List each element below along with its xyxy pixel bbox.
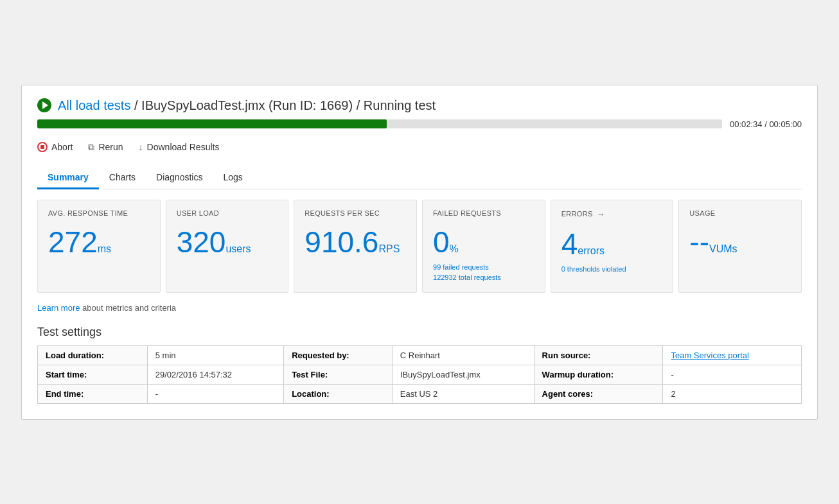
progress-bar-track [37,119,722,128]
play-icon [37,98,51,112]
metric-label-user-load: USER LOAD [177,209,278,217]
metric-label-usage: USAGE [689,209,791,217]
progress-bar-container: 00:02:34 / 00:05:00 [37,119,802,129]
header: All load tests / IBuySpyLoadTest.jmx (Ru… [37,98,802,113]
value-location: East US 2 [392,384,534,403]
abort-icon [37,142,48,152]
breadcrumb-sep1: / [134,98,141,112]
value-start-time: 29/02/2016 14:57:32 [147,365,283,384]
breadcrumb-sep2: / [357,98,364,112]
label-run-source: Run source: [534,345,663,365]
label-requested-by: Requested by: [284,345,393,365]
download-label: Download Results [147,142,220,152]
tab-logs[interactable]: Logs [213,168,252,189]
test-settings-section: Test settings Load duration: 5 min Reque… [37,326,802,404]
metric-value-avg-response-time: 272ms [48,227,150,257]
download-button[interactable]: ↓ Download Results [139,139,220,155]
label-location: Location: [284,384,393,403]
label-test-file: Test File: [284,365,393,384]
abort-button[interactable]: Abort [37,139,73,155]
label-agent-cores: Agent cores: [534,384,663,403]
breadcrumb-link[interactable]: All load tests [58,98,130,112]
test-name: IBuySpyLoadTest.jmx (Run ID: 1669) [141,98,353,112]
value-test-file: IBuySpyLoadTest.jmx [392,365,534,384]
abort-label: Abort [51,142,73,152]
label-start-time: Start time: [38,365,148,384]
tab-summary[interactable]: Summary [37,168,99,189]
metric-card-user-load: USER LOAD 320users [166,200,289,293]
metric-value-errors: 4errors [561,229,663,259]
metric-label-avg-response-time: AVG. RESPONSE TIME [48,209,150,217]
rerun-label: Rerun [98,142,123,152]
label-warmup-duration: Warmup duration: [534,365,663,384]
metric-sub-errors: 0 thresholds violated [561,264,663,275]
learn-more-link[interactable]: Learn more [37,303,80,313]
tab-diagnostics[interactable]: Diagnostics [146,168,213,189]
value-agent-cores: 2 [663,384,802,403]
rerun-icon: ⧉ [88,142,94,153]
metric-card-errors[interactable]: ERRORS → 4errors 0 thresholds violated [551,200,674,293]
metric-card-requests-per-sec: REQUESTS PER SEC 910.6RPS [294,200,417,293]
value-load-duration: 5 min [147,345,283,365]
main-container: All load tests / IBuySpyLoadTest.jmx (Ru… [21,85,818,420]
value-requested-by: C Reinhart [392,345,534,365]
settings-row-3: End time: - Location: East US 2 Agent co… [38,384,802,403]
value-end-time: - [147,384,283,403]
learn-more: Learn more about metrics and criteria [37,303,802,313]
metric-sub-failed-requests: 99 failed requests122932 total requests [433,262,534,283]
metric-value-usage: --VUMs [689,227,791,257]
metric-value-requests-per-sec: 910.6RPS [305,227,406,257]
run-source-link[interactable]: Team Services portal [671,351,748,360]
metric-label-requests-per-sec: REQUESTS PER SEC [305,209,406,217]
value-warmup-duration: - [663,365,802,384]
test-settings-title: Test settings [37,326,802,339]
metrics-row: AVG. RESPONSE TIME 272ms USER LOAD 320us… [37,200,802,293]
metric-card-failed-requests: FAILED REQUESTS 0% 99 failed requests122… [422,200,545,293]
label-end-time: End time: [38,384,148,403]
errors-arrow: → [597,209,605,219]
toolbar: Abort ⧉ Rerun ↓ Download Results [37,139,802,158]
settings-table: Load duration: 5 min Requested by: C Rei… [37,345,802,404]
metric-card-usage: USAGE --VUMs [678,200,802,293]
metric-label-failed-requests: FAILED REQUESTS [433,209,534,217]
tabs: Summary Charts Diagnostics Logs [37,168,802,189]
metric-value-failed-requests: 0% [433,227,534,257]
metric-label-errors: ERRORS → [561,209,663,219]
metric-card-avg-response-time: AVG. RESPONSE TIME 272ms [37,200,161,293]
progress-time: 00:02:34 / 00:05:00 [730,119,802,129]
download-icon: ↓ [139,142,143,152]
tab-charts[interactable]: Charts [99,168,146,189]
header-title: All load tests / IBuySpyLoadTest.jmx (Ru… [58,98,436,113]
label-load-duration: Load duration: [38,345,148,365]
run-status: Running test [364,98,436,112]
settings-row-2: Start time: 29/02/2016 14:57:32 Test Fil… [38,365,802,384]
metric-value-user-load: 320users [177,227,278,257]
rerun-button[interactable]: ⧉ Rerun [88,139,123,155]
progress-bar-fill [37,119,387,128]
settings-row-1: Load duration: 5 min Requested by: C Rei… [38,345,802,365]
learn-more-text: about metrics and criteria [82,303,176,313]
value-run-source: Team Services portal [663,345,802,365]
